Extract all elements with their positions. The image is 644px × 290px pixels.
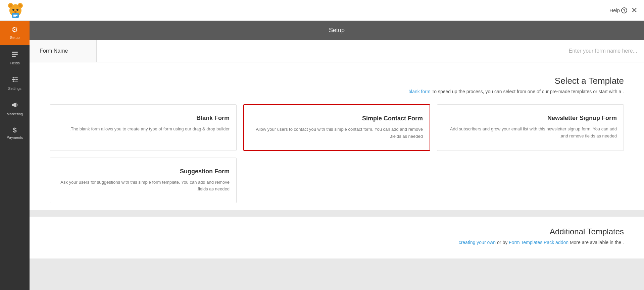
form-templates-pack-link[interactable]: Form Templates Pack addon xyxy=(509,240,568,245)
additional-heading: Additional Templates xyxy=(50,227,624,236)
svg-point-19 xyxy=(13,77,14,79)
sidebar-label-setup: Setup xyxy=(10,36,20,40)
svg-rect-13 xyxy=(12,52,18,53)
template-card-newsletter[interactable]: Newsletter Signup Form Add subscribers a… xyxy=(437,104,624,151)
template-card-simple-contact-name: Simple Contact Form xyxy=(251,115,423,122)
help-link[interactable]: Help ? xyxy=(609,7,627,13)
additional-description: . creating your own or by Form Templates… xyxy=(50,240,624,245)
svg-rect-15 xyxy=(12,56,16,57)
svg-rect-10 xyxy=(13,14,17,14)
help-label: Help xyxy=(609,7,620,13)
close-button[interactable]: ✕ xyxy=(631,7,637,14)
template-card-suggestion-name: Suggestion Form xyxy=(57,168,230,175)
select-template-header: Select a Template . blank form To speed … xyxy=(50,76,624,94)
content-area: Setup Form Name Select a Template . blan… xyxy=(30,21,644,290)
template-grid-row2: Suggestion Form Ask your users for sugge… xyxy=(50,158,624,204)
select-template-description: . blank form To speed up the process, yo… xyxy=(50,89,624,94)
svg-rect-12 xyxy=(13,16,16,17)
sidebar-label-payments: Payments xyxy=(7,135,23,139)
svg-point-6 xyxy=(16,9,18,11)
svg-rect-11 xyxy=(13,15,17,16)
template-card-newsletter-name: Newsletter Signup Form xyxy=(444,115,617,122)
setup-icon: ⚙ xyxy=(11,26,18,34)
svg-point-8 xyxy=(14,11,16,13)
svg-rect-22 xyxy=(12,104,13,106)
template-card-simple-contact-desc: Allow your users to contact you with thi… xyxy=(251,126,423,140)
setup-header: Setup xyxy=(30,21,644,40)
select-template-heading: Select a Template xyxy=(50,76,624,86)
svg-rect-14 xyxy=(12,54,18,55)
template-card-blank-name: Blank Form xyxy=(57,115,230,122)
sidebar-label-settings: Settings xyxy=(8,86,21,91)
sidebar-item-fields[interactable]: Fields xyxy=(0,45,30,70)
template-section: Select a Template . blank form To speed … xyxy=(30,62,644,210)
logo xyxy=(7,1,24,20)
top-bar-right: Help ? ✕ xyxy=(609,7,637,14)
settings-icon xyxy=(11,76,18,84)
sidebar-label-fields: Fields xyxy=(10,61,19,65)
form-name-label: Form Name xyxy=(30,40,97,62)
template-card-newsletter-desc: Add subscribers and grow your email list… xyxy=(444,126,617,140)
main-layout: ⚙ Setup Fields xyxy=(0,21,644,290)
template-card-suggestion-desc: Ask your users for suggestions with this… xyxy=(57,179,230,193)
svg-point-4 xyxy=(18,4,22,7)
top-bar: Help ? ✕ xyxy=(0,0,644,21)
main-content: Form Name Select a Template . blank form… xyxy=(30,40,644,290)
additional-section: Additional Templates . creating your own… xyxy=(30,217,644,258)
create-your-own-link[interactable]: creating your own xyxy=(459,240,496,245)
sidebar-item-payments[interactable]: $ Payments xyxy=(0,121,30,145)
template-grid-row1: Blank Form The blank form allows you to … xyxy=(50,104,624,151)
template-card-simple-contact[interactable]: Simple Contact Form Allow your users to … xyxy=(243,104,430,151)
sidebar: ⚙ Setup Fields xyxy=(0,21,30,290)
form-name-section: Form Name xyxy=(30,40,644,62)
sidebar-label-marketing: Marketing xyxy=(7,112,23,116)
sidebar-item-settings[interactable]: Settings xyxy=(0,70,30,96)
template-card-blank-desc: The blank form allows you to create any … xyxy=(57,126,230,133)
sidebar-item-marketing[interactable]: Marketing xyxy=(0,96,30,121)
setup-title: Setup xyxy=(329,27,345,34)
form-name-input[interactable] xyxy=(97,40,644,62)
marketing-icon xyxy=(11,101,18,110)
svg-point-3 xyxy=(9,4,12,7)
blank-form-link[interactable]: blank form xyxy=(408,89,430,94)
svg-point-5 xyxy=(12,9,14,11)
svg-point-20 xyxy=(15,79,17,80)
template-card-blank[interactable]: Blank Form The blank form allows you to … xyxy=(50,104,237,151)
svg-point-21 xyxy=(13,80,14,82)
sidebar-item-setup[interactable]: ⚙ Setup xyxy=(0,21,30,45)
template-card-suggestion[interactable]: Suggestion Form Ask your users for sugge… xyxy=(50,158,237,204)
fields-icon xyxy=(11,50,18,59)
help-icon: ? xyxy=(621,7,627,13)
payments-icon: $ xyxy=(13,127,16,133)
